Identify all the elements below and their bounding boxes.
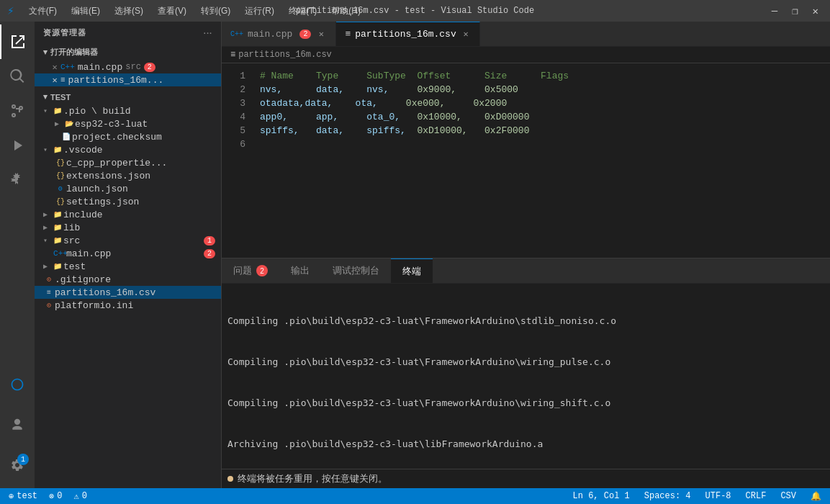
open-editor-main-cpp[interactable]: ✕ C++ main.cpp src 2 — [35, 60, 221, 73]
tab-partitions-close[interactable]: ✕ — [461, 29, 472, 40]
tree-src[interactable]: ▾ 📁 src 1 — [35, 234, 221, 247]
tree-settings-json[interactable]: {} settings.json — [35, 195, 221, 208]
tree-gitignore[interactable]: ⊙ .gitignore — [35, 273, 221, 286]
lib-chevron-icon: ▶ — [43, 223, 52, 232]
tree-main-cpp[interactable]: C++ main.cpp 2 — [35, 247, 221, 260]
src-label: src — [63, 235, 80, 246]
status-line-col[interactable]: Ln 6, Col 1 — [570, 491, 633, 501]
tab-main-cpp-close[interactable]: ✕ — [315, 28, 327, 40]
line-num-5: 5 — [222, 124, 254, 138]
terminal-line-2: Compiling .pio\build\esp32-c3-luat\Frame… — [227, 355, 824, 369]
project-section[interactable]: ▾ TEST — [35, 89, 221, 104]
panel-tab-terminal[interactable]: 终端 — [391, 258, 433, 283]
tree-lib[interactable]: ▶ 📁 lib — [35, 221, 221, 234]
maximize-button[interactable]: ❐ — [788, 4, 802, 19]
main-cpp-icon: C++ — [55, 248, 66, 259]
activity-search[interactable] — [0, 59, 35, 94]
src-folder-icon: 📁 — [52, 235, 63, 246]
line-ending-label: CRLF — [746, 491, 767, 501]
platformio-ini-label: platformio.ini — [55, 300, 133, 311]
activity-run-debug[interactable] — [0, 128, 35, 163]
close-button[interactable]: ✕ — [808, 4, 823, 19]
tree-include[interactable]: ▶ 📁 include — [35, 208, 221, 221]
status-feedback[interactable]: 🔔 — [808, 491, 824, 502]
test-label: test — [63, 261, 86, 272]
panel-tab-debug-console[interactable]: 调试控制台 — [321, 258, 391, 283]
tree-c-cpp-properties[interactable]: {} c_cpp_propertie... — [35, 156, 221, 169]
status-line-ending[interactable]: CRLF — [743, 491, 770, 501]
status-warnings[interactable]: ⚠ 0 — [71, 491, 89, 502]
json2-icon: {} — [55, 170, 66, 181]
status-spaces[interactable]: Spaces: 4 — [641, 491, 694, 501]
close-icon[interactable]: ✕ — [49, 61, 60, 73]
activity-extensions[interactable] — [0, 163, 35, 197]
partitions-csv-label: partitions_16m.csv — [55, 287, 155, 298]
status-language[interactable]: CSV — [777, 491, 799, 501]
warning-icon: ⚠ — [73, 491, 78, 502]
menu-run[interactable]: 运行(R) — [239, 4, 280, 19]
settings-error-badge: 1 — [17, 454, 29, 465]
line-col-label: Ln 6, Col 1 — [573, 491, 630, 501]
project-chevron-icon: ▾ — [43, 92, 48, 102]
vscode-logo-icon: ⚡ — [7, 4, 14, 18]
esp32-chevron-icon: ▶ — [55, 120, 63, 128]
tab-main-cpp-lang-icon: C++ — [230, 30, 243, 38]
tree-test[interactable]: ▶ 📁 test — [35, 260, 221, 273]
line-num-3: 3 — [222, 96, 254, 110]
vscode-folder-icon: 📁 — [52, 144, 63, 156]
tab-main-cpp[interactable]: C++ main.cpp 2 ✕ — [222, 22, 336, 46]
sidebar-content: ▾ 打开的编辑器 ✕ C++ main.cpp src 2 ✕ ≡ partit… — [35, 44, 221, 488]
menu-edit[interactable]: 编辑(E) — [66, 4, 106, 19]
src-chevron-icon: ▾ — [43, 236, 52, 245]
output-label: 输出 — [291, 264, 310, 277]
tree-launch-json[interactable]: ⚙ launch.json — [35, 182, 221, 195]
code-content[interactable]: # Name Type SubType Offset Size Flags nv… — [254, 63, 830, 258]
panel-bottom: 终端将被任务重用，按任意键关闭。 — [222, 469, 830, 488]
json-icon: {} — [55, 157, 66, 168]
panel-tab-output[interactable]: 输出 — [279, 258, 321, 283]
sidebar-header-actions[interactable]: ··· — [204, 29, 212, 37]
activity-source-control[interactable] — [0, 94, 35, 128]
status-encoding[interactable]: UTF-8 — [703, 491, 734, 501]
terminal-content[interactable]: Compiling .pio\build\esp32-c3-luat\Frame… — [222, 284, 830, 469]
tree-partitions-csv[interactable]: ≡ partitions_16m.csv — [35, 286, 221, 299]
c-cpp-properties-label: c_cpp_propertie... — [66, 158, 167, 168]
sidebar-more-icon[interactable]: ··· — [204, 29, 212, 37]
main-container: 1 资源管理器 ··· ▾ 打开的编辑器 ✕ C++ main.cpp src … — [0, 22, 830, 488]
panel-tab-problems[interactable]: 问题 2 — [222, 258, 279, 283]
tree-extensions-json[interactable]: {} extensions.json — [35, 169, 221, 182]
activity-settings[interactable]: 1 — [0, 448, 35, 482]
tree-pio-build[interactable]: ▾ 📁 .pio \ build — [35, 104, 221, 117]
menu-view[interactable]: 查看(V) — [152, 4, 192, 19]
open-editor-partitions-csv[interactable]: ✕ ≡ partitions_16m... — [35, 73, 221, 86]
menu-file[interactable]: 文件(F) — [23, 4, 63, 19]
pio-build-label: .pio \ build — [63, 106, 131, 117]
error-count: 0 — [57, 491, 62, 501]
tab-partitions-csv[interactable]: ≡ partitions_16m.csv ✕ — [336, 22, 480, 46]
tab-partitions-label: partitions_16m.csv — [355, 29, 456, 40]
project-checksum-label: project.checksum — [72, 132, 162, 143]
menu-select[interactable]: 选择(S) — [109, 4, 149, 19]
git-icon: ⊙ — [43, 274, 55, 285]
cpp-lang-icon: C++ — [60, 63, 75, 71]
minimize-button[interactable]: — — [767, 4, 782, 19]
status-remote[interactable]: ⊕ test — [6, 491, 40, 502]
extensions-json-label: extensions.json — [66, 171, 150, 181]
tab-main-cpp-label: main.cpp — [248, 29, 292, 40]
tree-platformio-ini[interactable]: ⊙ platformio.ini — [35, 299, 221, 312]
close-selected-icon[interactable]: ✕ — [49, 74, 60, 86]
main-cpp-tree-badge: 2 — [204, 249, 215, 258]
tree-project-checksum[interactable]: 📄 project.checksum — [35, 130, 221, 143]
status-errors[interactable]: ⊗ 0 — [46, 491, 65, 502]
activity-remote[interactable] — [0, 367, 35, 402]
panel: 问题 2 输出 调试控制台 终端 Compiling .pio\build\es… — [222, 258, 830, 488]
open-editors-section[interactable]: ▾ 打开的编辑器 — [35, 44, 221, 60]
tree-vscode[interactable]: ▾ 📁 .vscode — [35, 143, 221, 156]
csv-breadcrumb-icon: ≡ — [230, 50, 235, 60]
activity-explorer[interactable] — [0, 24, 35, 59]
remote-icon: ⊕ — [9, 491, 14, 502]
tree-esp32-c3-luat[interactable]: ▶ 📂 esp32-c3-luat — [35, 117, 221, 130]
vscode-json-icon: ⚙ — [55, 183, 66, 194]
menu-goto[interactable]: 转到(G) — [195, 4, 236, 19]
activity-account[interactable] — [0, 408, 35, 442]
